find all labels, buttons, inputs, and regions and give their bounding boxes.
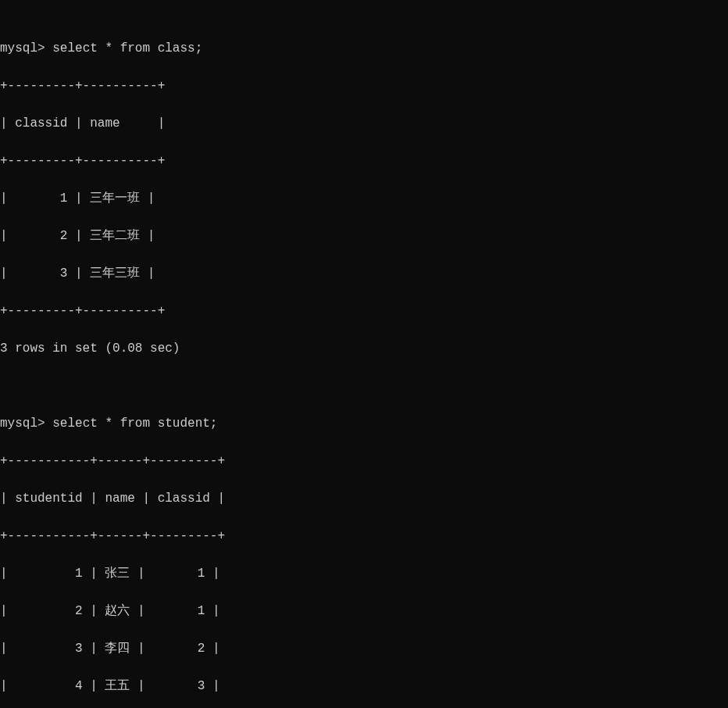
tbl-2-row-3: | 4 | 王五 | 3 |	[0, 677, 728, 695]
tbl-1-sep-top: +---------+----------+	[0, 77, 728, 95]
tbl-1-sep-mid: +---------+----------+	[0, 152, 728, 170]
tbl-1-row-1: | 2 | 三年二班 |	[0, 227, 728, 245]
tbl-1-row-2: | 3 | 三年三班 |	[0, 264, 728, 283]
tbl-1-summary: 3 rows in set (0.08 sec)	[0, 339, 728, 358]
prompt-2: mysql>	[0, 417, 45, 431]
query-1: select * from class;	[52, 41, 202, 55]
tbl-1-header: | classid | name |	[0, 114, 728, 133]
line-prompt-2[interactable]: mysql> select * from student;	[0, 414, 728, 433]
tbl-1-row-0: | 1 | 三年一班 |	[0, 189, 728, 208]
tbl-2-row-2: | 3 | 李四 | 2 |	[0, 639, 728, 658]
line-prompt-1[interactable]: mysql> select * from class;	[0, 39, 728, 58]
query-2: select * from student;	[52, 417, 217, 431]
blank-1	[0, 377, 728, 395]
tbl-2-row-1: | 2 | 赵六 | 1 |	[0, 602, 728, 620]
tbl-1-sep-bot: +---------+----------+	[0, 302, 728, 320]
tbl-2-header: | studentid | name | classid |	[0, 489, 728, 508]
tbl-2-sep-mid: +-----------+------+---------+	[0, 527, 728, 545]
tbl-2-sep-top: +-----------+------+---------+	[0, 452, 728, 470]
tbl-2-row-0: | 1 | 张三 | 1 |	[0, 564, 728, 583]
prompt-1: mysql>	[0, 41, 45, 55]
mysql-terminal: mysql> select * from class; +---------+-…	[0, 19, 728, 708]
